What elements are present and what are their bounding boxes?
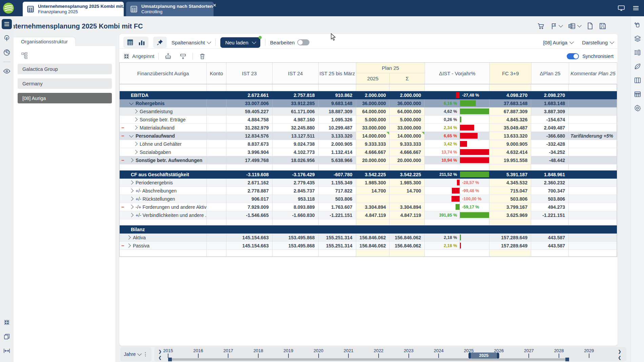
- org-chart-icon[interactable]: [21, 52, 28, 59]
- table-row[interactable]: Bilanz: [120, 225, 617, 234]
- copy-pages-icon[interactable]: [2, 331, 12, 342]
- chevron-right-icon[interactable]: [126, 243, 131, 248]
- minus-badge[interactable]: −: [121, 125, 124, 130]
- tree-icon[interactable]: [2, 33, 12, 43]
- kommentar-cell[interactable]: [569, 219, 617, 225]
- kommentar-cell[interactable]: [569, 99, 617, 107]
- reload-button[interactable]: Neu laden: [220, 37, 260, 48]
- chevron-right-icon[interactable]: [129, 197, 134, 201]
- kommentar-cell[interactable]: [569, 140, 617, 148]
- kommentar-cell[interactable]: [569, 250, 617, 257]
- table-row[interactable]: −-/+ Forderungen und andere Aktiva7.929.…: [120, 203, 617, 211]
- table-row[interactable]: CF aus Geschäftstätigkeit-3.119.608-3.17…: [120, 170, 617, 179]
- time-granularity-dropdown[interactable]: Jahre ⋮: [120, 347, 152, 361]
- chevron-down-icon[interactable]: [559, 23, 563, 27]
- col-header-fc[interactable]: FC 3+9: [490, 63, 531, 84]
- save-icon[interactable]: [599, 23, 606, 29]
- cart-icon[interactable]: [537, 23, 545, 29]
- flag-icon[interactable]: [551, 23, 557, 29]
- kommentar-cell[interactable]: [569, 242, 617, 250]
- kommentar-cell[interactable]: [569, 148, 617, 156]
- chevron-right-icon[interactable]: [133, 125, 138, 130]
- close-icon[interactable]: ✕: [213, 3, 217, 8]
- table-row[interactable]: −Materialaufwand31.282.97932.245.88010.2…: [120, 124, 617, 132]
- kommentar-cell[interactable]: [569, 156, 617, 164]
- selected-year-range[interactable]: 2025: [469, 353, 499, 359]
- col-header-plan-2025[interactable]: 2025: [356, 73, 390, 84]
- table-grid-icon[interactable]: [632, 89, 643, 99]
- col-header-delta-ist[interactable]: ΔIST - Vorjahr%: [425, 63, 490, 84]
- table-row[interactable]: Aktiva145.154.663153.495.868155.251.3141…: [120, 234, 617, 242]
- table-row[interactable]: +/- Verbindlichkeiten und andere ...-1.5…: [120, 211, 617, 219]
- kommentar-cell[interactable]: Tarifänderung +5%: [569, 132, 617, 140]
- chevron-right-icon[interactable]: [129, 213, 134, 217]
- kommentar-cell[interactable]: [569, 187, 617, 195]
- angepinnt-button[interactable]: Angepinnt: [123, 53, 154, 59]
- table-row[interactable]: Löhne und Gehälter8.837.6739.024.7382.00…: [120, 140, 617, 148]
- col-header-plan-sum[interactable]: Σ: [390, 73, 425, 84]
- kebab-menu-icon[interactable]: ⋮: [143, 351, 148, 357]
- chart-view-button[interactable]: [136, 37, 147, 47]
- list-column-icon[interactable]: [632, 47, 643, 58]
- timeline-prev-icon[interactable]: ❯: [158, 349, 162, 354]
- minus-badge[interactable]: −: [121, 158, 124, 163]
- chevron-right-icon[interactable]: [129, 158, 134, 162]
- add-row-below-icon[interactable]: [178, 51, 188, 61]
- kommentar-cell[interactable]: [569, 170, 617, 179]
- chevron-right-icon[interactable]: [129, 188, 134, 193]
- leaf-icon[interactable]: [632, 61, 643, 72]
- gear-icon[interactable]: [632, 103, 643, 113]
- table-row[interactable]: EBITDA2.672.6612.757.818910.8622.000.000…: [120, 91, 617, 99]
- timeline[interactable]: 2015201620172018201920202021202220232024…: [154, 347, 626, 361]
- table-row[interactable]: −Passiva145.154.663153.495.868155.251.31…: [120, 242, 617, 250]
- kommentar-cell[interactable]: [569, 84, 617, 91]
- bearbeiten-toggle[interactable]: [297, 39, 309, 45]
- col-header-ist24[interactable]: IST 24: [273, 63, 319, 84]
- sidebar-item-galactica-group[interactable]: Galactica Group: [18, 64, 112, 74]
- menu-icon[interactable]: [2, 19, 12, 29]
- document-icon[interactable]: [587, 22, 593, 29]
- timeline-next2-icon[interactable]: ❮: [618, 355, 621, 360]
- col-header-ist23[interactable]: IST 23: [226, 63, 273, 84]
- chevron-right-icon[interactable]: [129, 180, 134, 185]
- monitor-icon[interactable]: [618, 5, 625, 12]
- watering-can-icon[interactable]: [632, 20, 643, 30]
- collapse-icon[interactable]: [2, 317, 12, 327]
- chevron-right-icon[interactable]: [129, 205, 134, 209]
- chevron-right-icon[interactable]: [133, 117, 138, 122]
- tab-umsatzplanung[interactable]: Umsatzplanung nach Standorten Controllin…: [126, 2, 214, 16]
- timeline-handle-left[interactable]: [168, 358, 172, 361]
- timeline-handle-right[interactable]: [565, 358, 569, 361]
- chevron-right-icon[interactable]: [133, 109, 138, 114]
- col-header-label[interactable]: Finanzübersicht Auriga: [120, 63, 207, 84]
- pie-chart-icon[interactable]: [2, 47, 12, 58]
- kommentar-cell[interactable]: [569, 203, 617, 211]
- col-header-kommentar[interactable]: Kommentar Plan 25: [569, 63, 617, 84]
- trash-icon[interactable]: [197, 51, 208, 61]
- kommentar-cell[interactable]: [569, 107, 617, 116]
- timeline-prev2-icon[interactable]: ❮: [158, 355, 162, 360]
- synchronisiert-toggle[interactable]: [567, 53, 579, 59]
- col-header-ist25[interactable]: IST 25 bis März: [319, 63, 356, 84]
- minus-badge[interactable]: −: [121, 133, 124, 138]
- excel-export-icon[interactable]: [568, 23, 576, 29]
- table-row[interactable]: +/- Abschreibungen2.778.8872.845.737717.…: [120, 187, 617, 195]
- table-row[interactable]: Gesamtleistung59.405.22761.171.00618.887…: [120, 107, 617, 116]
- minus-badge[interactable]: −: [121, 204, 124, 209]
- entity-dropdown[interactable]: [08] Auriga: [543, 40, 573, 45]
- chevron-right-icon[interactable]: [133, 142, 138, 146]
- column-width-icon[interactable]: [2, 346, 12, 356]
- minus-badge[interactable]: −: [121, 243, 124, 248]
- kommentar-cell[interactable]: [569, 195, 617, 203]
- layers-icon[interactable]: [632, 34, 643, 44]
- kommentar-cell[interactable]: [569, 211, 617, 219]
- chevron-down-icon[interactable]: [129, 133, 134, 138]
- table-row[interactable]: Sozialabgaben3.996.9044.102.7731.132.414…: [120, 148, 617, 156]
- darstellung-dropdown[interactable]: Darstellung: [582, 40, 613, 45]
- kommentar-cell[interactable]: [569, 116, 617, 124]
- chevron-down-icon[interactable]: [577, 23, 582, 27]
- sidebar-item--08-auriga[interactable]: [08] Auriga: [18, 93, 112, 103]
- sidebar-item-germany[interactable]: Germany: [18, 78, 112, 89]
- col-header-delta-plan[interactable]: ΔPlan 25: [531, 63, 569, 84]
- eye-icon[interactable]: [2, 66, 12, 76]
